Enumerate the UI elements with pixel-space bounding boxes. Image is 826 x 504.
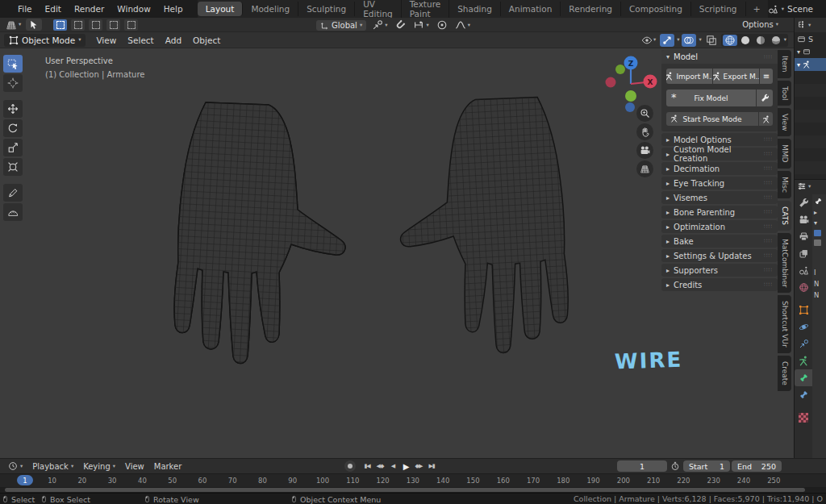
scene-name-field[interactable]: Scene — [787, 4, 813, 14]
jump-to-end-button[interactable]: ▶▮ — [426, 460, 437, 472]
editor-type-button[interactable]: ▾ — [4, 19, 23, 31]
select-mode-new[interactable] — [53, 19, 67, 31]
cats-section-custom-model-creation[interactable]: ▸Custom Model Creation∷∷ — [661, 148, 778, 160]
active-tool-button[interactable] — [26, 19, 42, 31]
sidebar-tab-cats[interactable]: CATS — [778, 201, 791, 231]
select-mode-subtract[interactable] — [89, 19, 102, 31]
blue-swatch[interactable] — [814, 230, 821, 236]
properties-tab-data[interactable] — [795, 369, 812, 386]
workspace-tab-shading[interactable]: Shading — [449, 2, 501, 16]
scene-selector[interactable]: ▾ Scene — [768, 4, 826, 15]
export-options-menu-button[interactable]: ≡ — [760, 69, 773, 84]
pose-mode-options-button[interactable] — [759, 112, 773, 126]
show-gizmos-toggle[interactable] — [660, 34, 674, 47]
cats-section-optimization[interactable]: ▸Optimization∷∷ — [661, 220, 778, 233]
properties-tab-scene[interactable] — [795, 262, 812, 279]
sidebar-tab-mmd[interactable]: MMD — [778, 139, 791, 168]
workspace-tab-animation[interactable]: Animation — [501, 2, 561, 16]
workspace-tab-modeling[interactable]: Modeling — [243, 2, 298, 16]
workspace-tab-scripting[interactable]: Scripting — [691, 2, 746, 16]
chevron-down-icon[interactable]: ▾ — [699, 37, 701, 43]
shading-wireframe-button[interactable] — [723, 35, 737, 46]
properties-tab-object[interactable] — [795, 302, 812, 319]
outliner-header[interactable]: ▾ — [795, 18, 826, 32]
tool-transform[interactable] — [3, 158, 23, 176]
cats-section-credits[interactable]: ▸Credits∷∷ — [661, 278, 778, 291]
menu-window[interactable]: Window — [111, 2, 156, 15]
pan-button[interactable] — [636, 123, 653, 140]
outliner-row[interactable] — [795, 148, 826, 161]
viewport-menu-add[interactable]: Add — [160, 33, 187, 48]
jump-to-start-button[interactable]: ▮◀ — [361, 460, 373, 472]
select-mode-extend[interactable] — [71, 19, 85, 31]
sidebar-tab-create[interactable]: Create — [778, 356, 791, 391]
tool-measure[interactable] — [3, 203, 23, 221]
sidebar-tab-tool[interactable]: Tool — [778, 81, 791, 106]
cats-section-bake[interactable]: ▸Bake∷∷ — [661, 235, 778, 248]
interaction-mode-dropdown[interactable]: Object Mode ▾ — [4, 34, 86, 47]
select-mode-intersect[interactable] — [124, 19, 138, 31]
outliner-row[interactable] — [795, 110, 826, 123]
select-mode-invert[interactable] — [106, 19, 120, 31]
cats-model-header[interactable]: ▾ Model ∷∷ — [661, 50, 778, 64]
gray-swatch[interactable] — [814, 240, 821, 246]
timeline-ruler[interactable]: 1102030405060708090100110120130140150160… — [0, 473, 826, 487]
viewport-menu-object[interactable]: Object — [187, 33, 226, 48]
tool-annotate[interactable] — [3, 184, 23, 202]
next-keyframe-button[interactable]: ◆▶ — [413, 460, 424, 472]
zoom-button[interactable] — [636, 105, 653, 122]
viewport-menu-view[interactable]: View — [90, 33, 122, 48]
shading-material-button[interactable] — [753, 35, 768, 46]
outliner-scene-collection-row[interactable]: S — [795, 32, 826, 45]
navigation-gizmo[interactable]: Z X — [600, 52, 661, 113]
play-button[interactable]: ▶ — [400, 460, 411, 472]
sidebar-tab-misc[interactable]: Misc — [778, 171, 791, 198]
sidebar-tab-view[interactable]: View — [778, 108, 791, 136]
visibility-dropdown[interactable]: ▾ — [640, 34, 657, 47]
triangle-right-icon[interactable]: ▸ — [814, 209, 817, 216]
workspace-tab-sculpting[interactable]: Sculpting — [298, 2, 355, 16]
properties-tab-pose[interactable] — [795, 352, 812, 369]
outliner-row[interactable] — [795, 84, 826, 97]
viewport-menu-select[interactable]: Select — [122, 33, 159, 48]
playback-dropdown[interactable]: Playback ▾ — [28, 460, 77, 473]
properties-tab-bone-constraint[interactable] — [795, 386, 812, 403]
current-frame-field[interactable]: 1 — [617, 460, 667, 472]
tool-rotate[interactable] — [3, 119, 23, 137]
orientation-dropdown[interactable]: Global ▾ — [316, 20, 366, 31]
properties-header[interactable]: ▾ — [795, 180, 826, 193]
outliner-row[interactable] — [795, 71, 826, 84]
snap-with-button[interactable]: ▾ — [411, 19, 430, 31]
axis-y-ball[interactable] — [615, 65, 625, 74]
3d-viewport[interactable]: User Perspective (1) Collection | Armatu… — [0, 48, 794, 458]
orthographic-toggle-button[interactable] — [636, 160, 653, 177]
cats-section-bone-parenting[interactable]: ▸Bone Parenting∷∷ — [661, 206, 778, 219]
current-frame-indicator[interactable]: 1 — [17, 475, 33, 485]
sidebar-tab-matcombiner[interactable]: MatCombiner — [778, 233, 791, 294]
frame-end-field[interactable]: End 250 — [732, 460, 782, 472]
properties-tab-world[interactable] — [795, 279, 812, 296]
fix-model-settings-button[interactable] — [757, 90, 773, 106]
outliner-row[interactable] — [795, 161, 826, 174]
add-workspace-button[interactable]: + — [746, 2, 768, 17]
snap-target-button[interactable]: ▾ — [370, 19, 389, 31]
tool-box-select[interactable] — [3, 55, 23, 73]
properties-tab-output[interactable] — [795, 228, 812, 245]
tool-cursor[interactable] — [3, 74, 23, 92]
hand-mesh-left[interactable] — [174, 102, 345, 364]
start-pose-mode-button[interactable]: Start Pose Mode — [666, 112, 758, 126]
previous-keyframe-button[interactable]: ◀◆ — [374, 460, 386, 472]
keying-dropdown[interactable]: Keying ▾ — [79, 460, 119, 473]
shading-rendered-button[interactable] — [769, 35, 783, 46]
cats-section-decimation[interactable]: ▸Decimation∷∷ — [661, 162, 778, 175]
properties-tab-render[interactable] — [795, 211, 812, 228]
options-dropdown[interactable]: Options ▾ — [742, 20, 778, 29]
menu-file[interactable]: File — [11, 2, 39, 15]
workspace-tab-layout[interactable]: Layout — [198, 2, 244, 16]
menu-help[interactable]: Help — [157, 2, 190, 15]
chevron-down-icon[interactable]: ▾ — [784, 37, 786, 43]
show-overlays-toggle[interactable] — [682, 34, 696, 47]
workspace-tab-rendering[interactable]: Rendering — [561, 2, 621, 16]
use-preview-range-button[interactable] — [670, 460, 680, 471]
timeline-editor-type-button[interactable]: ▾ — [4, 460, 27, 473]
